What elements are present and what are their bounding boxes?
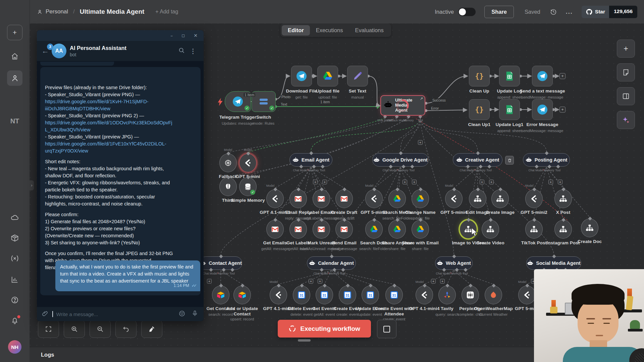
add-tool-button[interactable]: +: [440, 279, 445, 284]
new-workflow-button[interactable]: +: [7, 25, 22, 40]
add-tag-button[interactable]: + Add tag: [155, 9, 178, 15]
drive-link[interactable]: https://drive.google.com/file/d/1FvE10xY…: [45, 140, 196, 147]
add-tool-button[interactable]: +: [412, 180, 417, 184]
drive-link[interactable]: https://drive.google.com/file/d/1ODOvcPr…: [45, 119, 196, 126]
canvas-scrollbar-handle[interactable]: [298, 339, 311, 342]
node-email-reply[interactable]: [289, 189, 307, 208]
undo-button[interactable]: [115, 320, 137, 338]
node-tiktok-post[interactable]: [525, 220, 543, 239]
node-send-email[interactable]: [335, 220, 353, 239]
node-search-media[interactable]: [388, 189, 406, 208]
history-icon[interactable]: [550, 8, 557, 15]
sidebar-item-home[interactable]: [11, 52, 19, 61]
node-create-doc[interactable]: [581, 219, 598, 237]
add-tool-button[interactable]: +: [318, 279, 322, 284]
node-gpt-5-mini[interactable]: [239, 154, 257, 172]
node-label-emails[interactable]: [313, 189, 330, 208]
drive-link[interactable]: iiiDchJ8RGBMqDTDBHK/view: [45, 105, 196, 112]
node-contact-agent[interactable]: Contact Agent: [199, 256, 242, 270]
sidebar-item-workspace[interactable]: NT: [10, 117, 19, 125]
fit-view-button[interactable]: [38, 320, 59, 338]
sidebar-item-personal[interactable]: [7, 70, 22, 86]
tidy-up-button[interactable]: [141, 320, 162, 338]
node-gpt-4-1-mini4[interactable]: [416, 286, 433, 304]
node-get-events[interactable]: 31: [316, 286, 333, 304]
node-update-event[interactable]: 31: [362, 286, 379, 304]
node-gpt-4-1-mini2[interactable]: [270, 286, 287, 304]
node-get-labels[interactable]: [289, 220, 307, 239]
window-minimize-button[interactable]: –: [170, 33, 173, 38]
add-tool-button[interactable]: +: [548, 180, 553, 184]
node-change-name[interactable]: [412, 189, 429, 208]
node-create-image[interactable]: [491, 189, 509, 208]
node-share-anyone[interactable]: [388, 220, 406, 239]
node-upload-file[interactable]: [317, 66, 338, 86]
node-error-message[interactable]: [532, 99, 553, 120]
node-posting-agent[interactable]: Posting Agent: [523, 153, 570, 167]
drive-link[interactable]: https://drive.google.com/file/d/1KvH-7H1…: [45, 98, 196, 105]
active-toggle[interactable]: [458, 8, 476, 16]
tab-editor[interactable]: Editor: [282, 25, 310, 36]
node-openweathermap[interactable]: [485, 286, 502, 304]
sidebar-item-insights[interactable]: [11, 276, 19, 284]
drive-link[interactable]: L_XDUbw3QVh/view: [45, 126, 196, 133]
toggle-panel-button[interactable]: [617, 87, 635, 105]
node-gpt-5-mini2[interactable]: [525, 189, 543, 208]
zoom-out-button[interactable]: [90, 320, 111, 338]
sidebar-item-help[interactable]: [11, 296, 19, 304]
node-web-agent[interactable]: Web Agent: [435, 256, 473, 270]
kebab-menu-icon[interactable]: ⋮: [190, 47, 196, 55]
node-get-contacts[interactable]: [212, 286, 229, 304]
search-icon[interactable]: [178, 47, 185, 55]
add-node-endpoint[interactable]: +: [559, 107, 566, 113]
workflow-title[interactable]: Ultimate Media Agent: [80, 8, 145, 15]
add-tool-button[interactable]: +: [309, 279, 313, 284]
sidebar-expand-handle[interactable]: ›: [30, 180, 34, 190]
node-send-a-text-message[interactable]: [532, 66, 553, 86]
user-avatar[interactable]: NH: [8, 340, 21, 354]
add-tool-button[interactable]: +: [558, 180, 562, 184]
node-x-post[interactable]: [554, 189, 572, 208]
node-google-drive-agent[interactable]: Google Drive Agent: [372, 153, 429, 167]
add-tool-button[interactable]: +: [402, 180, 407, 184]
node-share-with-email[interactable]: [412, 220, 429, 239]
node-update-log[interactable]: [499, 66, 520, 86]
node-simple-memory[interactable]: ✓: [239, 177, 257, 196]
attach-icon[interactable]: [42, 310, 48, 318]
node-gpt-5-mini1[interactable]: [365, 189, 383, 208]
sidebar-item-templates[interactable]: [11, 234, 19, 242]
delete-node-button[interactable]: [505, 156, 514, 165]
node-perplexity[interactable]: [462, 286, 479, 304]
node-create-draft[interactable]: [335, 189, 353, 208]
node-create-video[interactable]: [482, 220, 499, 239]
node-clean-up[interactable]: {}: [469, 66, 490, 86]
voice-message-icon[interactable]: [192, 310, 198, 318]
ai-assistant-button[interactable]: [617, 111, 635, 129]
stop-execution-button[interactable]: [377, 320, 396, 338]
node-clean-up1[interactable]: {}: [469, 99, 490, 120]
emoji-icon[interactable]: [178, 310, 185, 318]
more-menu-button[interactable]: ...: [566, 8, 573, 15]
node-fallback[interactable]: [219, 154, 237, 172]
avatar[interactable]: AA: [52, 44, 66, 58]
github-star-widget[interactable]: Star 129,656: [582, 6, 637, 18]
window-close-button[interactable]: ✕: [194, 33, 198, 38]
add-sticky-note-button[interactable]: [617, 63, 635, 81]
add-tool-button[interactable]: +: [480, 180, 484, 184]
node-set-text[interactable]: [347, 66, 368, 86]
open-node-arrow-icon[interactable]: ↗: [420, 97, 423, 101]
node-gpt-4-1-mini1[interactable]: [266, 189, 284, 208]
add-tool-button[interactable]: +: [431, 279, 436, 284]
node-think[interactable]: [219, 177, 237, 196]
node-mark-unread[interactable]: [313, 220, 330, 239]
node-add-or-update-contact[interactable]: [233, 286, 251, 304]
sidebar-item-cloud[interactable]: [11, 214, 19, 222]
tab-executions[interactable]: Executions: [310, 25, 349, 36]
add-tool-button[interactable]: +: [489, 180, 494, 184]
node-edit-image[interactable]: [469, 189, 486, 208]
node-search-docs[interactable]: [365, 220, 383, 239]
add-tool-button[interactable]: +: [322, 180, 327, 184]
sidebar-item-notifications[interactable]: [11, 316, 19, 325]
window-maximize-button[interactable]: ◻: [181, 33, 185, 38]
sidebar-item-variables[interactable]: [11, 254, 19, 263]
